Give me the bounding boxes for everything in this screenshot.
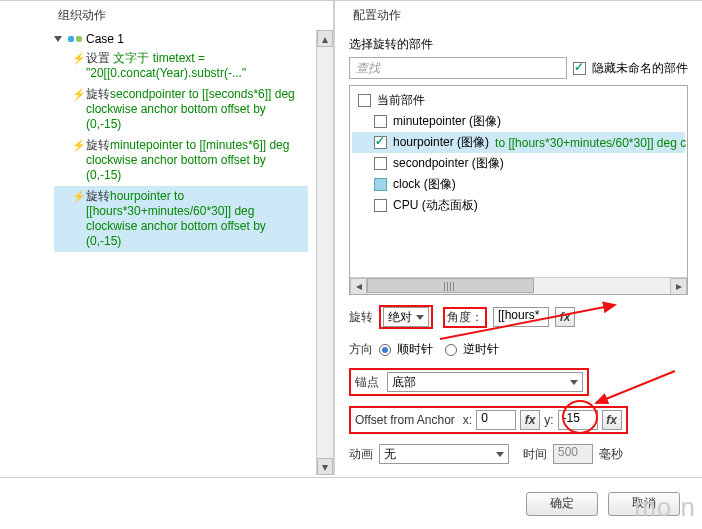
list-item[interactable]: secondpointer (图像) [352, 153, 685, 174]
part-checkbox[interactable] [374, 178, 387, 191]
action-tree: Case 1 设置 文字于 timetext = "20[[0.concat(Y… [0, 30, 316, 475]
angle-input[interactable]: [[hours* [493, 307, 549, 327]
scroll-down-button[interactable]: ▾ [317, 458, 333, 475]
ccw-label: 逆时针 [463, 341, 499, 358]
dialog-footer: 确定 取消 [0, 477, 702, 529]
list-item[interactable]: 当前部件 [352, 90, 685, 111]
ok-button[interactable]: 确定 [526, 492, 598, 516]
list-item[interactable]: minutepointer (图像) [352, 111, 685, 132]
cw-label: 顺时针 [397, 341, 433, 358]
case-label: Case 1 [86, 32, 124, 46]
case-row[interactable]: Case 1 [54, 30, 308, 48]
case-icon [68, 33, 82, 45]
anchor-label: 锚点 [355, 374, 379, 391]
angle-label: 角度： [447, 310, 483, 324]
horizontal-scrollbar[interactable]: ◂ ▸ [350, 277, 687, 294]
parts-listbox: 当前部件 minutepointer (图像) hourpointer (图像)… [349, 85, 688, 295]
choose-part-label: 选择旋转的部件 [335, 30, 702, 57]
action-row-selected[interactable]: 旋转hourpointer to [[hours*30+minutes/60*3… [54, 186, 308, 252]
action-row[interactable]: 旋转minutepointer to [[minutes*6]] deg clo… [54, 135, 308, 186]
list-item-selected[interactable]: hourpointer (图像) to [[hours*30+minutes/6… [352, 132, 685, 153]
offset-y-input[interactable]: -15 [558, 410, 598, 430]
callout-box: 角度： [443, 307, 487, 328]
chevron-down-icon [416, 315, 424, 320]
offset-label: Offset from Anchor [355, 413, 455, 427]
part-checkbox[interactable] [374, 136, 387, 149]
left-vertical-scrollbar[interactable]: ▴ ▾ [316, 30, 333, 475]
action-row[interactable]: 设置 文字于 timetext = "20[[0.concat(Year).su… [54, 48, 308, 84]
fx-button[interactable]: fx [555, 307, 575, 327]
chevron-down-icon [570, 380, 578, 385]
chevron-down-icon [496, 452, 504, 457]
rotate-label: 旋转 [349, 309, 373, 326]
bolt-icon [72, 138, 86, 183]
scrollbar-thumb[interactable] [367, 278, 534, 293]
list-item[interactable]: clock (图像) [352, 174, 685, 195]
part-checkbox[interactable] [374, 199, 387, 212]
part-checkbox[interactable] [374, 157, 387, 170]
list-item[interactable]: CPU (动态面板) [352, 195, 685, 216]
bolt-icon [72, 51, 86, 81]
time-label: 时间 [523, 446, 547, 463]
collapse-icon[interactable] [54, 36, 62, 42]
hide-unnamed-label: 隐藏未命名的部件 [592, 60, 688, 77]
rotate-mode-dropdown[interactable]: 绝对 [383, 307, 429, 327]
search-input[interactable]: 查找 [349, 57, 567, 79]
part-checkbox[interactable] [374, 115, 387, 128]
x-label: x: [463, 413, 472, 427]
time-input: 500 [553, 444, 593, 464]
watermark: mo n [634, 492, 696, 523]
ccw-radio[interactable] [445, 344, 457, 356]
hide-unnamed-checkbox[interactable] [573, 62, 586, 75]
left-section-title: 组织动作 [40, 1, 333, 30]
ms-label: 毫秒 [599, 446, 623, 463]
scroll-up-button[interactable]: ▴ [317, 30, 333, 47]
fx-button[interactable]: fx [602, 410, 622, 430]
animation-label: 动画 [349, 446, 373, 463]
scroll-left-button[interactable]: ◂ [350, 278, 367, 295]
direction-label: 方向 [349, 341, 373, 358]
y-label: y: [544, 413, 553, 427]
offset-x-input[interactable]: 0 [476, 410, 516, 430]
bolt-icon [72, 87, 86, 132]
anchor-dropdown[interactable]: 底部 [387, 372, 583, 392]
action-row[interactable]: 旋转secondpointer to [[seconds*6]] deg clo… [54, 84, 308, 135]
cw-radio[interactable] [379, 344, 391, 356]
fx-button[interactable]: fx [520, 410, 540, 430]
callout-box: 绝对 [379, 305, 433, 329]
right-section-title: 配置动作 [335, 1, 702, 30]
scroll-right-button[interactable]: ▸ [670, 278, 687, 295]
animation-dropdown[interactable]: 无 [379, 444, 509, 464]
part-checkbox[interactable] [358, 94, 371, 107]
bolt-icon [72, 189, 86, 249]
